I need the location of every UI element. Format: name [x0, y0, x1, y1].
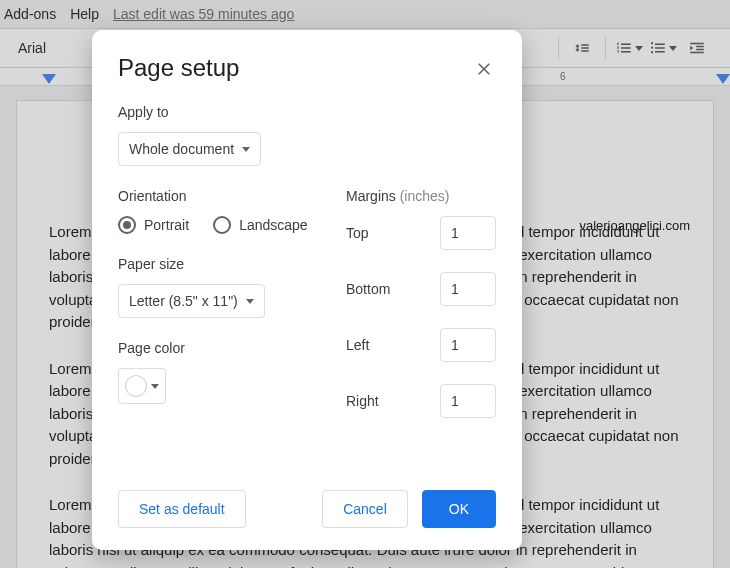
margin-top-input[interactable] [440, 216, 496, 250]
orientation-portrait-radio[interactable]: Portrait [118, 216, 189, 234]
orientation-landscape-label: Landscape [239, 217, 308, 233]
cancel-button[interactable]: Cancel [322, 490, 408, 528]
margin-top-label: Top [346, 225, 428, 241]
page-setup-dialog: Page setup Apply to Whole document Orien… [92, 30, 522, 550]
close-icon [475, 59, 493, 77]
color-swatch-icon [125, 375, 147, 397]
margin-left-input[interactable] [440, 328, 496, 362]
radio-icon [213, 216, 231, 234]
paper-size-value: Letter (8.5" x 11") [129, 293, 238, 309]
ok-button[interactable]: OK [422, 490, 496, 528]
apply-to-dropdown[interactable]: Whole document [118, 132, 261, 166]
chevron-down-icon [151, 384, 159, 389]
paper-size-label: Paper size [118, 256, 316, 272]
margin-bottom-input[interactable] [440, 272, 496, 306]
radio-icon [118, 216, 136, 234]
dialog-title: Page setup [118, 54, 239, 82]
orientation-portrait-label: Portrait [144, 217, 189, 233]
margin-bottom-label: Bottom [346, 281, 428, 297]
page-color-label: Page color [118, 340, 316, 356]
apply-to-value: Whole document [129, 141, 234, 157]
margin-left-label: Left [346, 337, 428, 353]
set-as-default-button[interactable]: Set as default [118, 490, 246, 528]
page-color-dropdown[interactable] [118, 368, 166, 404]
paper-size-dropdown[interactable]: Letter (8.5" x 11") [118, 284, 265, 318]
orientation-label: Orientation [118, 188, 316, 204]
margins-label: Margins (inches) [346, 188, 496, 204]
margin-right-input[interactable] [440, 384, 496, 418]
close-button[interactable] [472, 56, 496, 80]
margin-right-label: Right [346, 393, 428, 409]
orientation-landscape-radio[interactable]: Landscape [213, 216, 308, 234]
chevron-down-icon [242, 147, 250, 152]
chevron-down-icon [246, 299, 254, 304]
apply-to-label: Apply to [118, 104, 496, 120]
